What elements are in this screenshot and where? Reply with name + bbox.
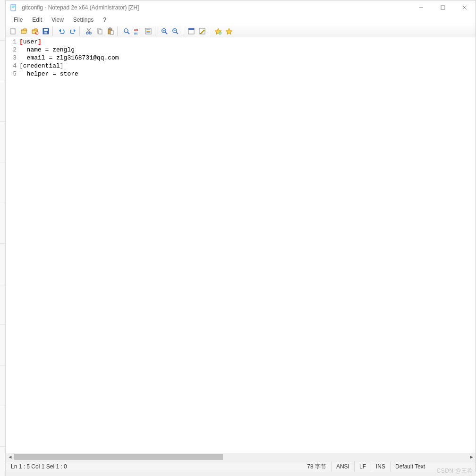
svg-marker-14 (59, 29, 61, 33)
app-icon (10, 4, 17, 11)
favorites-manage-icon[interactable] (224, 26, 234, 36)
svg-rect-41 (188, 28, 194, 30)
undo-icon[interactable] (57, 26, 67, 36)
toolbar: abac (6, 25, 476, 37)
browse-icon[interactable] (30, 26, 40, 36)
find-icon[interactable] (121, 26, 132, 36)
maximize-button[interactable] (432, 0, 454, 15)
statusbar: Ln 1 : 5 Col 1 Sel 1 : 0 78 字节 ANSI LF I… (6, 461, 476, 472)
svg-rect-3 (12, 8, 14, 8)
svg-rect-1 (12, 6, 15, 6)
svg-marker-48 (226, 28, 232, 34)
background-fragment (0, 0, 6, 476)
code-area[interactable]: [user] name = zenglg email = zlg3168731@… (19, 37, 476, 453)
svg-line-18 (87, 28, 90, 32)
app-window: .gitconfig - Notepad 2e x64 (Administrat… (6, 0, 476, 472)
copy-icon[interactable] (94, 26, 105, 36)
close-button[interactable] (454, 0, 476, 15)
svg-marker-15 (74, 29, 76, 33)
scroll-left-icon[interactable]: ◄ (6, 453, 14, 461)
new-file-icon[interactable] (8, 26, 18, 36)
open-file-icon[interactable] (19, 26, 29, 36)
zoom-in-icon[interactable] (159, 26, 170, 36)
svg-line-34 (165, 32, 167, 34)
menu-help[interactable]: ? (99, 16, 110, 24)
svg-line-38 (176, 32, 178, 34)
redo-icon[interactable] (68, 26, 78, 36)
status-eol[interactable]: LF (355, 461, 371, 472)
status-encoding[interactable]: ANSI (332, 461, 355, 472)
customize-icon[interactable] (197, 26, 207, 36)
cut-icon[interactable] (84, 26, 94, 36)
status-position[interactable]: Ln 1 : 5 Col 1 Sel 1 : 0 (6, 461, 72, 472)
svg-point-25 (124, 29, 128, 33)
window-title: .gitconfig - Notepad 2e x64 (Administrat… (20, 4, 139, 11)
svg-rect-21 (99, 30, 102, 34)
scroll-right-icon[interactable]: ► (468, 453, 476, 461)
horizontal-scrollbar[interactable]: ◄ ► (6, 453, 476, 461)
svg-point-17 (89, 32, 91, 34)
favorites-add-icon[interactable] (213, 26, 223, 36)
svg-point-16 (86, 32, 88, 34)
svg-rect-12 (44, 29, 48, 31)
status-size[interactable]: 78 字节 (302, 461, 332, 472)
svg-rect-23 (109, 28, 111, 29)
menubar: File Edit View Settings ? (6, 15, 476, 25)
menu-view[interactable]: View (48, 16, 68, 24)
svg-text:ac: ac (134, 32, 138, 35)
svg-rect-24 (110, 31, 113, 34)
svg-rect-42 (199, 28, 205, 34)
menu-settings[interactable]: Settings (69, 16, 97, 24)
svg-rect-2 (12, 7, 15, 7)
svg-rect-5 (441, 6, 445, 9)
scrollbar-thumb[interactable] (14, 454, 223, 460)
editor: 12345 [user] name = zenglg email = zlg31… (6, 37, 476, 461)
scheme-icon[interactable] (186, 26, 196, 36)
scrollbar-track[interactable] (14, 453, 468, 461)
svg-line-19 (87, 28, 91, 32)
replace-icon[interactable]: abac (132, 26, 143, 36)
svg-line-26 (128, 32, 129, 34)
menu-file[interactable]: File (10, 16, 26, 24)
goto-icon[interactable] (143, 26, 153, 36)
watermark: CSDN @三希 (436, 467, 473, 475)
paste-icon[interactable] (105, 26, 116, 36)
status-mode[interactable]: INS (371, 461, 391, 472)
menu-edit[interactable]: Edit (28, 16, 46, 24)
svg-text:ab: ab (134, 28, 138, 32)
zoom-out-icon[interactable] (170, 26, 180, 36)
minimize-button[interactable] (410, 0, 432, 15)
line-number-gutter: 12345 (6, 37, 19, 453)
save-icon[interactable] (41, 26, 51, 36)
svg-rect-13 (44, 32, 47, 34)
titlebar[interactable]: .gitconfig - Notepad 2e x64 (Administrat… (6, 0, 476, 15)
